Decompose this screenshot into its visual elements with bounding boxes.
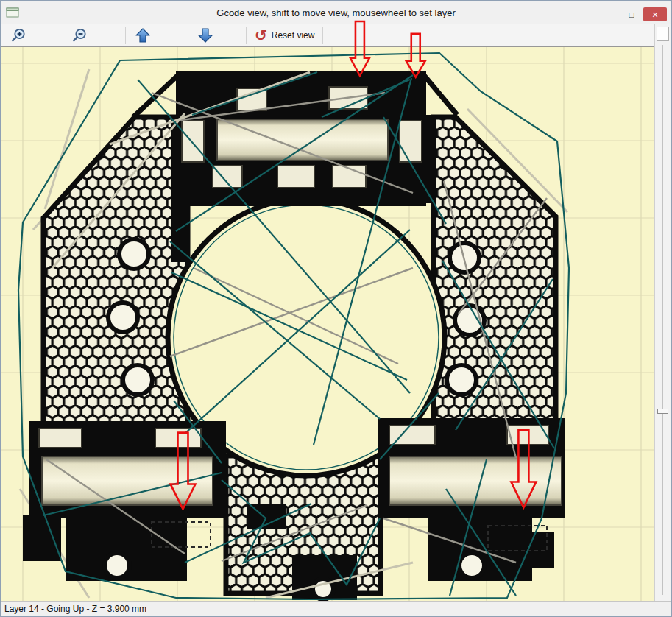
reset-view-label: Reset view [272, 30, 315, 40]
gcode-layer-drawing[interactable] [1, 47, 654, 601]
layer-down-button[interactable] [194, 25, 216, 46]
reset-view-button[interactable]: ↺ Reset view [252, 27, 316, 43]
layer-trackbar[interactable] [654, 24, 671, 601]
minimize-button[interactable]: — [599, 7, 620, 21]
layer-status-text: Layer 14 - Going Up - Z = 3.900 mm [4, 604, 146, 614]
zoom-in-icon [10, 27, 26, 43]
reset-view-icon: ↺ [255, 29, 267, 42]
zoom-in-button[interactable] [8, 26, 29, 45]
window-title: Gcode view, shift to move view, mousewhe… [1, 7, 671, 18]
gcode-view-window: Gcode view, shift to move view, mousewhe… [0, 0, 672, 617]
zoom-out-button[interactable] [69, 26, 90, 45]
statusbar: Layer 14 - Going Up - Z = 3.900 mm [1, 601, 671, 616]
close-button[interactable]: × [643, 7, 667, 21]
window-controls: — □ × [599, 4, 671, 21]
toolbar: ↺ Reset view [1, 24, 654, 47]
down-arrow-icon [197, 27, 214, 44]
trackbar-groove [662, 45, 663, 595]
trackbar-thumb[interactable] [657, 409, 668, 414]
toolbar-separator [125, 27, 126, 44]
layer-up-button[interactable] [132, 25, 154, 46]
titlebar[interactable]: Gcode view, shift to move view, mousewhe… [1, 1, 671, 24]
toolbar-separator [246, 27, 247, 44]
trackbar-top-button[interactable] [657, 27, 669, 41]
maximize-button[interactable]: □ [621, 7, 642, 21]
zoom-out-icon [71, 27, 88, 43]
gcode-canvas[interactable] [1, 47, 654, 601]
toolbar-separator [322, 27, 323, 44]
up-arrow-icon [134, 27, 152, 44]
